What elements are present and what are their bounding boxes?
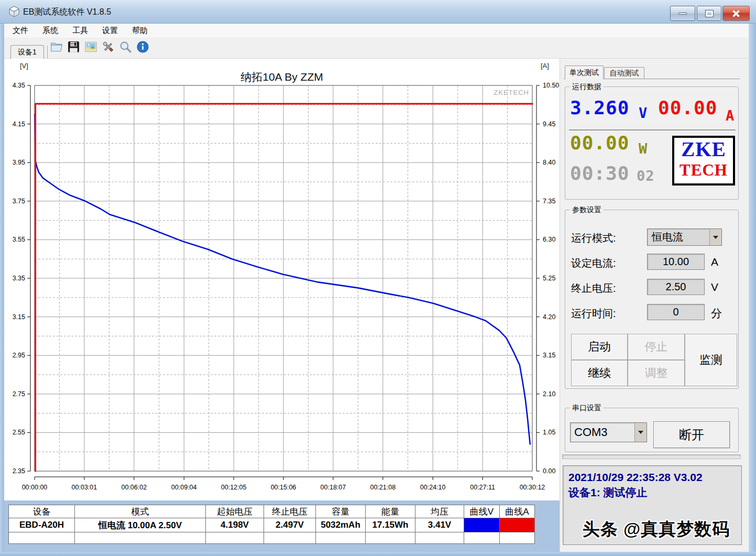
cell-energy: 17.15Wh (366, 518, 415, 532)
start-button[interactable]: 启动 (571, 334, 628, 360)
status-line2: 设备1: 测试停止 (568, 485, 736, 500)
run-mode-dropdown[interactable]: 恒电流 (647, 228, 722, 246)
toolbar: 设备1 (4, 38, 752, 59)
titlebar: EB测试系统软件 V1.8.5 (0, 0, 756, 24)
menu-help[interactable]: 帮助 (132, 26, 148, 36)
x-axis-tick-label: 00:03:01 (72, 484, 97, 491)
right-axis-tick-label: 6.30 (543, 236, 555, 243)
tab-device1[interactable]: 设备1 (10, 45, 44, 59)
current-unit: A (726, 107, 735, 124)
com-port-value: COM3 (571, 426, 634, 439)
maximize-button[interactable] (697, 6, 721, 21)
left-axis-tick-label: 3.15 (13, 313, 25, 321)
open-file-button[interactable] (49, 40, 63, 54)
right-axis-tick-label: 2.10 (543, 390, 555, 398)
run-time-unit: 分 (711, 306, 722, 321)
cutoff-voltage-label: 终止电压: (571, 281, 616, 296)
cell-end-voltage: 2.497V (264, 518, 316, 532)
chart-panel: 纳拓10A By ZZM [V] [A] ZKETECH 4.354.153.9… (4, 59, 560, 500)
left-axis-tick-label: 2.75 (13, 390, 25, 398)
table-row[interactable]: EBD-A20H 恒电流 10.00A 2.50V 4.198V 2.497V … (9, 518, 535, 532)
progress-strip (562, 454, 741, 459)
col-mode: 模式 (75, 505, 206, 518)
app-icon (8, 5, 20, 18)
status-line1: 2021/10/29 22:35:28 V3.02 (568, 470, 736, 485)
menu-tools[interactable]: 工具 (72, 26, 88, 36)
adjust-button: 调整 (628, 360, 685, 386)
col-start-voltage: 起始电压 (206, 505, 264, 518)
cutoff-voltage-field[interactable]: 2.50 (647, 279, 705, 295)
right-axis-tick-label: 5.25 (543, 275, 555, 282)
left-axis-tick-label: 2.35 (13, 467, 25, 475)
curve-v-swatch (464, 518, 500, 532)
left-axis-tick-label: 2.55 (13, 429, 25, 436)
cell-start-voltage: 4.198V (206, 518, 264, 532)
cell-avg-voltage: 3.41V (415, 518, 464, 532)
about-button[interactable] (136, 40, 150, 54)
right-axis-tick-label: 10.50 (543, 82, 559, 89)
set-current-field[interactable]: 10.00 (647, 254, 705, 270)
minimize-button[interactable] (670, 6, 695, 21)
x-axis-tick-label: 00:24:10 (420, 484, 446, 491)
about-icon (136, 40, 149, 53)
monitor-button[interactable]: 监测 (685, 334, 737, 386)
tools-icon (102, 40, 115, 53)
x-axis-tick-label: 00:06:02 (121, 484, 147, 491)
run-time-field[interactable]: 0 (647, 304, 705, 320)
left-axis-tick-label: 2.95 (13, 352, 25, 359)
com-port-dropdown[interactable]: COM3 (570, 422, 647, 442)
close-button[interactable] (722, 6, 750, 21)
right-axis-tick-label: 1.05 (543, 429, 555, 436)
serial-group-label: 串口设置 (570, 404, 604, 413)
maximize-icon (706, 10, 713, 17)
run-time-label: 运行时间: (571, 307, 616, 321)
power-display: 00.00 (570, 132, 629, 154)
power-unit: W (639, 140, 648, 157)
discharge-chart: 4.354.153.953.753.553.353.152.952.752.55… (4, 59, 560, 500)
chart-title: 纳拓10A By ZZM (151, 70, 413, 84)
x-axis-tick-label: 00:15:06 (271, 484, 297, 491)
right-axis-tick-label: 0.00 (543, 467, 555, 475)
col-energy: 能量 (366, 505, 415, 518)
tools-button[interactable] (101, 40, 115, 54)
set-current-label: 设定电流: (571, 256, 616, 270)
close-icon (731, 10, 741, 17)
toolbar-separator (47, 46, 48, 58)
zketech-logo: ZKE TECH (672, 136, 735, 186)
x-axis-tick-label: 00:12:05 (221, 484, 247, 491)
run-mode-value: 恒电流 (648, 230, 709, 244)
run-data-separator (569, 129, 736, 130)
params-group-label: 参数设置 (570, 205, 604, 215)
zoom-button[interactable] (118, 40, 133, 54)
export-image-button[interactable] (84, 40, 98, 54)
x-axis-tick-label: 00:27:11 (470, 484, 495, 491)
tab-single-test[interactable]: 单次测试 (565, 66, 604, 79)
time-display-seconds: 02 (637, 168, 655, 184)
resume-button[interactable]: 继续 (571, 360, 628, 386)
right-axis-tick-label: 8.40 (543, 159, 555, 166)
menu-file[interactable]: 文件 (13, 26, 28, 36)
com-port-dropdown-button[interactable] (634, 423, 647, 442)
save-button[interactable] (67, 40, 81, 54)
left-axis-tick-label: 3.75 (13, 198, 25, 205)
zketech-logo-line1: ZKE (674, 138, 733, 161)
col-curve-v: 曲线V (464, 505, 500, 518)
run-data-group-label: 运行数据 (570, 82, 604, 92)
chevron-down-icon (638, 431, 643, 434)
chevron-down-icon (713, 236, 718, 239)
right-axis-tick-label: 4.20 (543, 313, 555, 321)
cell-device: EBD-A20H (9, 518, 75, 532)
menu-settings[interactable]: 设置 (102, 26, 118, 36)
table-header-row: 设备 模式 起始电压 终止电压 容量 能量 均压 曲线V 曲线A (9, 505, 535, 518)
x-axis-tick-label: 00:09:04 (171, 484, 197, 491)
run-mode-dropdown-button[interactable] (709, 229, 721, 245)
voltage-display: 3.260 (570, 97, 629, 118)
table-empty-row (9, 532, 535, 544)
col-capacity: 容量 (316, 505, 366, 518)
left-axis-unit-label: [V] (20, 62, 28, 70)
disconnect-button[interactable]: 断开 (653, 421, 730, 448)
zoom-icon (119, 40, 132, 53)
col-curve-a: 曲线A (500, 505, 535, 518)
tab-auto-test[interactable]: 自动测试 (604, 67, 644, 79)
menu-system[interactable]: 系统 (42, 26, 58, 36)
